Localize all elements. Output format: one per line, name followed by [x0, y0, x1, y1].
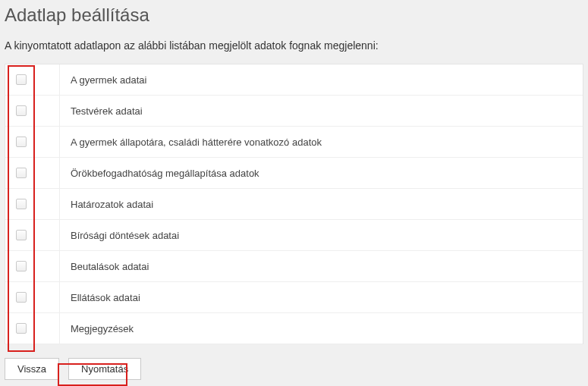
checkbox-cell [5, 158, 60, 188]
checkbox-cell [5, 251, 60, 281]
option-row: Örökbefogadhatóság megállapítása adatok [5, 158, 583, 189]
option-label: Megjegyzések [60, 323, 583, 334]
option-label: Ellátások adatai [60, 292, 583, 303]
checkbox-decisions[interactable] [16, 199, 27, 209]
option-label: A gyermek állapotára, családi hátterére … [60, 137, 583, 148]
option-row: Ellátások adatai [5, 282, 583, 313]
options-panel: A gyermek adatai Testvérek adatai A gyer… [5, 64, 583, 344]
checkbox-cell [5, 96, 60, 126]
option-label: A gyermek adatai [60, 74, 583, 86]
checkbox-cell [5, 127, 60, 157]
option-label: Határozatok adatai [60, 199, 583, 210]
option-row: Beutalások adatai [5, 251, 583, 282]
option-row: Testvérek adatai [5, 96, 583, 127]
page-title: Adatlap beállítása [5, 5, 583, 26]
page-description: A kinyomtatott adatlapon az alábbi listá… [5, 39, 583, 52]
checkbox-court-decisions[interactable] [16, 230, 27, 240]
checkbox-notes[interactable] [16, 323, 27, 334]
checkbox-cell [5, 313, 60, 344]
checkbox-siblings-data[interactable] [16, 105, 27, 116]
option-row: A gyermek adatai [5, 64, 583, 96]
back-button[interactable]: Vissza [5, 358, 59, 380]
option-label: Bírósági döntések adatai [60, 230, 583, 241]
print-button[interactable]: Nyomtatás [68, 358, 141, 380]
option-label: Örökbefogadhatóság megállapítása adatok [60, 168, 583, 179]
checkbox-cell [5, 64, 60, 95]
option-row: Határozatok adatai [5, 189, 583, 220]
option-row: A gyermek állapotára, családi hátterére … [5, 127, 583, 158]
checkbox-child-status[interactable] [16, 137, 27, 147]
checkbox-cell [5, 189, 60, 219]
option-row: Megjegyzések [5, 313, 583, 344]
checkbox-referrals[interactable] [16, 261, 27, 271]
checkbox-cell [5, 220, 60, 250]
checkbox-adoptability[interactable] [16, 168, 27, 178]
checkbox-services[interactable] [16, 292, 27, 303]
option-row: Bírósági döntések adatai [5, 220, 583, 251]
checkbox-child-data[interactable] [16, 74, 27, 85]
checkbox-cell [5, 282, 60, 312]
option-label: Beutalások adatai [60, 261, 583, 272]
option-label: Testvérek adatai [60, 105, 583, 117]
action-bar: Vissza Nyomtatás [5, 358, 583, 380]
